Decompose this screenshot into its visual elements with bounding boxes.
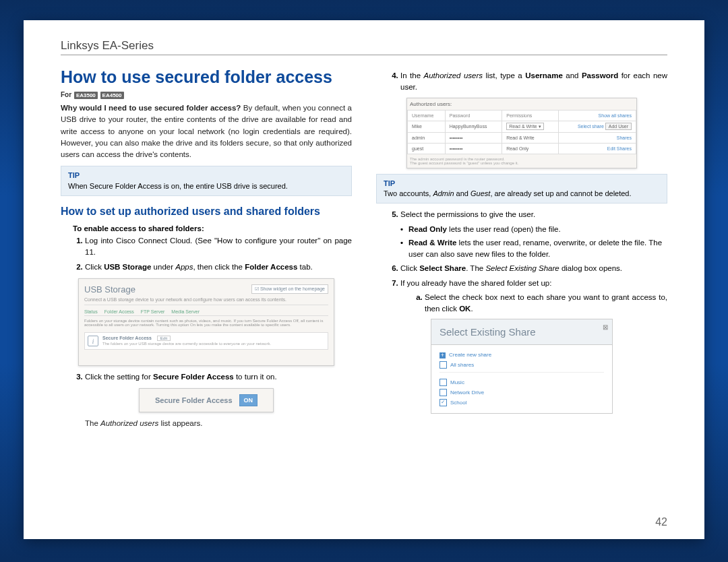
section-heading: How to set up authorized users and share… <box>61 206 352 218</box>
all-shares-checkbox[interactable]: All shares <box>439 360 604 370</box>
shares-link[interactable]: Shares <box>617 146 632 151</box>
steps-list: Log into Cisco Connect Cloud. (See "How … <box>73 235 352 273</box>
steps-list-right-cont2: Click Select Share. The Select Existing … <box>388 263 667 315</box>
step-text: Log into Cisco Connect Cloud. (See "How … <box>85 237 352 256</box>
for-label: For <box>61 91 71 98</box>
intro-paragraph: Why would I need to use secured folder a… <box>61 102 352 160</box>
table-caption: Authorized users: <box>407 98 636 110</box>
sub-step-item: Select the check box next to each share … <box>425 292 667 315</box>
tip-box: TIP When Secure Folder Access is on, the… <box>61 166 352 196</box>
step-item: Click Select Share. The Select Existing … <box>400 263 667 274</box>
tab-folder-access[interactable]: Folder Access <box>104 309 134 314</box>
checkbox-icon <box>439 379 447 386</box>
table-row: guest •••••••• Read Only Edit Shares <box>408 143 636 154</box>
tip-label: TIP <box>68 170 344 181</box>
edit-link[interactable]: Edit <box>607 146 615 151</box>
users-table: Username Password Permissions Show all s… <box>407 110 636 154</box>
cell-password: •••••••• <box>445 143 502 154</box>
tip-text: When Secure Folder Access is on, the ent… <box>68 181 344 191</box>
sfa-toggle-screenshot: Secure Folder Access ON <box>139 388 274 412</box>
applies-to: For EA3500 EA4500 <box>61 91 352 98</box>
plus-icon: + <box>439 352 446 358</box>
page-title: How to use secured folder access <box>61 67 352 87</box>
checkbox-checked-icon <box>439 399 447 406</box>
step-item: Select the permissions to give the user. <box>400 209 667 220</box>
tip-text: Two accounts, Admin and Guest, are alrea… <box>384 189 660 199</box>
usb-title: USB Storage <box>84 284 135 294</box>
model-badge: EA3500 <box>74 92 98 99</box>
sfa-box-label: Secure Folder Access <box>155 396 233 404</box>
usb-description: Connect a USB storage device to your net… <box>84 294 328 305</box>
cell-password: •••••••• <box>445 132 502 143</box>
tab-ftp[interactable]: FTP Server <box>141 309 165 314</box>
col-permissions: Permissions <box>502 110 559 121</box>
show-widget-checkbox[interactable]: ☑ Show widget on the homepage <box>251 284 328 294</box>
cell-username: admin <box>408 132 446 143</box>
usb-body-text: Folders on your storage device contain c… <box>84 316 328 330</box>
sfa-label: Secure Folder Access <box>102 336 152 340</box>
sub-heading: To enable access to shared folders: <box>73 224 352 232</box>
show-all-shares-link[interactable]: Show all shares <box>599 113 632 118</box>
tip-label: TIP <box>384 179 660 189</box>
step-result: The Authorized users list appears. <box>85 418 352 429</box>
dialog-header: Select Existing Share ⊠ <box>431 319 613 345</box>
page-header: Linksys EA-Series <box>61 39 667 55</box>
permission-select[interactable]: Read & Write ▾ <box>506 123 543 130</box>
intro-question: Why would I need to use secured folder a… <box>61 104 241 112</box>
step-item: Click the setting for Secure Folder Acce… <box>85 371 352 383</box>
dialog-body: +Create new share All shares Music Netwo… <box>431 345 613 413</box>
left-column: How to use secured folder access For EA3… <box>61 67 352 433</box>
cell-permission: Read & Write <box>502 132 559 143</box>
checkbox-icon <box>439 389 447 396</box>
share-item[interactable]: Network Drive <box>439 387 604 398</box>
cell-username: guest <box>408 143 446 154</box>
right-column: In the Authorized users list, type a Use… <box>376 67 667 433</box>
sfa-toggle-on[interactable]: ON <box>239 394 258 406</box>
sfa-panel: i Secure Folder Access Edit The folders … <box>84 332 328 350</box>
step-item: If you already have the shared folder se… <box>400 278 667 315</box>
list-item: Read Only lets the user read (open) the … <box>400 224 667 235</box>
sfa-edit-button[interactable]: Edit <box>157 336 171 341</box>
create-new-share[interactable]: +Create new share <box>439 350 604 359</box>
col-username: Username <box>408 110 446 121</box>
steps-list-right: In the Authorized users list, type a Use… <box>388 70 667 94</box>
select-share-link[interactable]: Select share <box>578 124 604 129</box>
add-user-button[interactable]: Add User <box>605 123 632 130</box>
tab-media[interactable]: Media Server <box>171 309 200 314</box>
cell-password[interactable]: HappyBunnyBoss <box>445 121 502 132</box>
intro-answer: By default, when you connect a USB drive… <box>61 104 352 158</box>
list-item: Read & Write lets the user read, rename,… <box>400 237 667 261</box>
share-item[interactable]: School <box>439 398 604 408</box>
checkbox-icon <box>439 361 447 369</box>
step-item: In the Authorized users list, type a Use… <box>400 70 667 94</box>
cell-username[interactable]: Mike <box>408 121 446 132</box>
info-icon: i <box>88 336 98 346</box>
table-row: admin •••••••• Read & Write Shares <box>408 132 636 143</box>
table-footnote: The admin account password is the router… <box>407 154 636 168</box>
step-item: Click USB Storage under Apps, then click… <box>85 261 352 273</box>
steps-list-cont: Click the setting for Secure Folder Acce… <box>73 371 352 383</box>
dialog-title: Select Existing Share <box>439 326 536 338</box>
share-item[interactable]: Music <box>439 377 604 387</box>
usb-tabs: Status Folder Access FTP Server Media Se… <box>84 308 328 316</box>
steps-list-right-cont: Select the permissions to give the user. <box>388 209 667 220</box>
page-number: 42 <box>655 516 667 528</box>
close-icon[interactable]: ⊠ <box>603 323 608 331</box>
permission-bullets: Read Only lets the user read (open) the … <box>400 224 667 261</box>
step-item: Log into Cisco Connect Cloud. (See "How … <box>85 235 352 259</box>
select-share-dialog-screenshot: Select Existing Share ⊠ +Create new shar… <box>431 319 613 413</box>
two-column-layout: How to use secured folder access For EA3… <box>61 67 667 433</box>
tab-status[interactable]: Status <box>84 309 98 314</box>
table-header-row: Username Password Permissions Show all s… <box>408 110 636 121</box>
sub-steps: Select the check box next to each share … <box>413 292 667 315</box>
shares-link[interactable]: Shares <box>617 135 632 140</box>
sfa-note: The folders on your USB storage device a… <box>102 342 325 346</box>
document-page: Linksys EA-Series How to use secured fol… <box>24 20 704 539</box>
col-password: Password <box>445 110 502 121</box>
model-badge: EA4500 <box>100 92 124 99</box>
authorized-users-screenshot: Authorized users: Username Password Perm… <box>406 98 637 168</box>
usb-storage-screenshot: USB Storage ☑ Show widget on the homepag… <box>78 278 334 366</box>
table-row: Mike HappyBunnyBoss Read & Write ▾ Selec… <box>408 121 636 132</box>
tip-box: TIP Two accounts, Admin and Guest, are a… <box>376 174 667 204</box>
cell-permission: Read Only <box>502 143 559 154</box>
